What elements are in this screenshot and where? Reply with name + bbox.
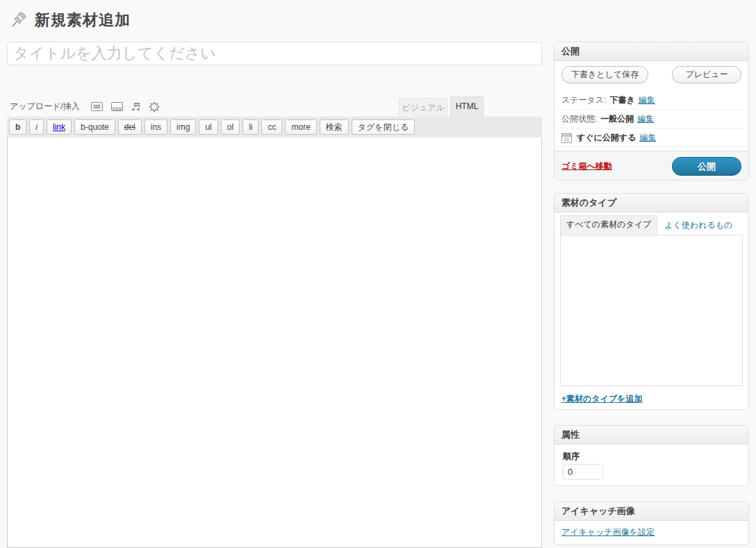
qt-bold-button[interactable]: b xyxy=(9,119,26,135)
move-to-trash-link[interactable]: ゴミ箱へ移動 xyxy=(561,160,612,172)
publish-metabox: 公開 下書きとして保存 プレビュー ステータス: 下書き 編集 公開状態: 一般… xyxy=(554,42,749,181)
post-title-input[interactable] xyxy=(7,42,542,65)
qt-ol-button[interactable]: ol xyxy=(221,119,240,135)
order-input[interactable] xyxy=(563,464,603,480)
editor-mode-tabs: ビジュアル HTML xyxy=(7,98,542,117)
qt-code-button[interactable]: cc xyxy=(261,119,282,135)
tab-visual[interactable]: ビジュアル xyxy=(399,98,447,117)
tab-all-material-types[interactable]: すべての素材のタイプ xyxy=(560,215,657,235)
edit-schedule-link[interactable]: 編集 xyxy=(639,132,656,144)
qt-blockquote-button[interactable]: b-quote xyxy=(74,119,115,135)
status-label: ステータス: xyxy=(561,94,606,106)
featured-image-box-title: アイキャッチ画像 xyxy=(554,502,748,521)
qt-del-button[interactable]: del xyxy=(118,119,142,135)
status-row: ステータス: 下書き 編集 xyxy=(554,91,748,110)
qt-italic-button[interactable]: i xyxy=(29,119,44,135)
edit-visibility-link[interactable]: 編集 xyxy=(637,113,654,125)
attributes-box-title: 属性 xyxy=(554,426,748,445)
qt-close-tags-button[interactable]: タグを閉じる xyxy=(352,119,415,135)
page-title: 新規素材追加 xyxy=(35,10,131,31)
qt-ins-button[interactable]: ins xyxy=(145,119,167,135)
calendar-icon: 11 xyxy=(561,133,572,143)
tab-most-used[interactable]: よく使われるもの xyxy=(657,217,739,235)
svg-text:11: 11 xyxy=(564,137,569,142)
material-type-metabox: 素材のタイプ すべての素材のタイプ よく使われるもの +素材のタイプを追加 xyxy=(554,193,749,410)
quicktags-toolbar: b i link b-quote del ins img ul ol li cc… xyxy=(7,117,542,138)
set-featured-image-link[interactable]: アイキャッチ画像を設定 xyxy=(561,526,655,538)
publish-minor-actions: 下書きとして保存 プレビュー xyxy=(554,66,748,84)
edit-status-link[interactable]: 編集 xyxy=(639,94,655,106)
pushpin-icon xyxy=(8,10,28,30)
publish-button[interactable]: 公開 xyxy=(672,157,741,176)
qt-img-button[interactable]: img xyxy=(170,119,196,135)
post-content-editor[interactable] xyxy=(7,138,542,548)
publish-box-title: 公開 xyxy=(554,42,748,61)
order-label: 順序 xyxy=(563,451,580,463)
schedule-value: すぐに公開する xyxy=(577,132,636,144)
qt-link-button[interactable]: link xyxy=(47,119,72,135)
visibility-label: 公開状態: xyxy=(561,113,597,125)
visibility-row: 公開状態: 一般公開 編集 xyxy=(554,110,748,128)
visibility-value: 一般公開 xyxy=(600,113,634,125)
publish-misc-rows: ステータス: 下書き 編集 公開状態: 一般公開 編集 11 すぐに公開する 編… xyxy=(554,91,748,147)
schedule-row: 11 すぐに公開する 編集 xyxy=(554,128,748,147)
qt-ul-button[interactable]: ul xyxy=(199,119,217,135)
qt-lookup-button[interactable]: 検索 xyxy=(320,119,349,135)
tab-html[interactable]: HTML xyxy=(450,97,484,117)
add-material-type-link[interactable]: +素材のタイプを追加 xyxy=(561,393,642,405)
material-type-tabs: すべての素材のタイプ よく使われるもの xyxy=(560,218,739,235)
qt-li-button[interactable]: li xyxy=(243,119,258,135)
featured-image-metabox: アイキャッチ画像 アイキャッチ画像を設定 xyxy=(554,501,749,545)
preview-button[interactable]: プレビュー xyxy=(672,66,741,83)
material-type-checklist[interactable] xyxy=(560,235,743,386)
save-draft-button[interactable]: 下書きとして保存 xyxy=(561,66,648,83)
status-value: 下書き xyxy=(609,94,634,106)
material-type-box-title: 素材のタイプ xyxy=(554,194,748,213)
publish-major-actions: ゴミ箱へ移動 公開 xyxy=(554,151,748,180)
attributes-metabox: 属性 順序 xyxy=(554,425,749,486)
qt-more-button[interactable]: more xyxy=(285,119,316,135)
page-header: 新規素材追加 xyxy=(8,10,131,31)
